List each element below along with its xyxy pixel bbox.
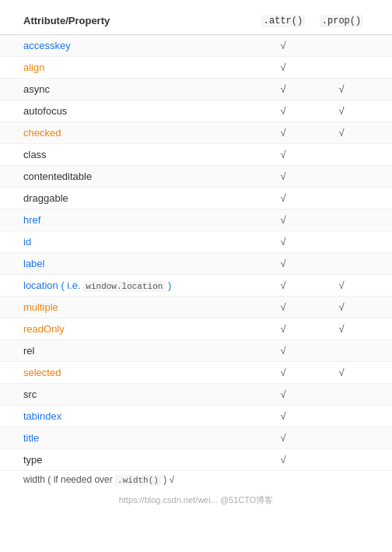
row-attr-check: √ [252,454,314,466]
row-attr-check: √ [252,192,314,204]
row-name: checked [23,127,252,139]
table-row: align√ [0,57,392,79]
table-row: id√ [0,231,392,253]
table-row: title√ [0,427,392,449]
row-name: accesskey [23,40,252,51]
table-row: href√ [0,209,392,231]
row-name: contenteditable [23,171,252,182]
row-attr-check: √ [252,323,314,335]
row-prop-check: √ [314,367,369,378]
row-name: src [23,389,252,400]
row-name: tabindex [23,410,252,422]
row-attr-check: √ [252,149,314,160]
row-attr-check: √ [252,432,314,444]
table-row: selected√√ [0,362,392,384]
row-attr-check: √ [252,345,314,357]
row-attr-check: √ [252,62,314,73]
row-name: autofocus [23,105,252,117]
row-attr-check: √ [252,410,314,422]
footer-text-prefix: width ( if needed over [23,474,115,485]
header-attribute-property: Attribute/Property [23,15,252,26]
row-name: id [23,236,252,248]
row-name: readOnly [23,323,252,335]
row-name-code: window.location [83,281,165,292]
table-row: class√ [0,144,392,166]
row-attr-check: √ [252,171,314,182]
footer-text-suffix: ) √ [161,474,174,485]
row-prop-check: √ [314,127,369,139]
row-name: draggable [23,192,252,204]
row-attr-check: √ [252,83,314,95]
table-row: label√ [0,253,392,275]
row-name: type [23,454,252,466]
table-row: rel√ [0,340,392,362]
row-name: async [23,83,252,95]
table-header: Attribute/Property .attr() .prop() [0,8,392,35]
header-attr-col: .attr() [252,14,314,26]
table-row: readOnly√√ [0,318,392,340]
table-row: accesskey√ [0,35,392,57]
row-prop-check: √ [314,323,369,335]
table-row: draggable√ [0,188,392,209]
row-attr-check: √ [252,280,314,291]
row-attr-check: √ [252,367,314,378]
row-name: title [23,432,252,444]
row-attr-check: √ [252,40,314,51]
row-attr-check: √ [252,214,314,226]
watermark: https://blog.csdn.net/wei... @51CTO博客 [0,491,392,509]
table-row: contenteditable√ [0,166,392,188]
row-prop-check: √ [314,105,369,117]
row-attr-check: √ [252,389,314,400]
row-name: href [23,214,252,226]
row-name: label [23,258,252,269]
table-body: accesskey√align√async√√autofocus√√checke… [0,35,392,471]
table-row: location ( i.e. window.location )√√ [0,275,392,297]
table-row: tabindex√ [0,406,392,427]
row-attr-check: √ [252,258,314,269]
row-name: multiple [23,301,252,313]
table-row: multiple√√ [0,297,392,318]
footer-code: .width() [115,475,161,486]
row-prop-check: √ [314,280,369,291]
header-prop-col: .prop() [314,14,369,26]
row-name: align [23,62,252,73]
table-row: async√√ [0,79,392,100]
main-table: Attribute/Property .attr() .prop() acces… [0,0,392,517]
row-name: rel [23,345,252,357]
row-attr-check: √ [252,105,314,117]
row-name: location ( i.e. window.location ) [23,280,252,291]
row-attr-check: √ [252,301,314,313]
row-name: selected [23,367,252,378]
table-row: checked√√ [0,122,392,144]
row-attr-check: √ [252,127,314,139]
row-prop-check: √ [314,301,369,313]
row-name: class [23,149,252,160]
row-attr-check: √ [252,236,314,248]
footer-note: width ( if needed over .width() ) √ [0,471,392,491]
row-prop-check: √ [314,83,369,95]
table-row: src√ [0,384,392,406]
table-row: type√ [0,449,392,471]
table-row: autofocus√√ [0,100,392,122]
